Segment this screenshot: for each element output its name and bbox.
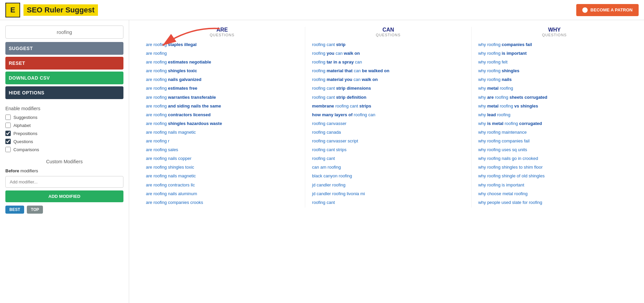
list-item[interactable]: are roofing estimates negotiable: [146, 58, 298, 66]
search-input[interactable]: [5, 26, 123, 39]
list-item[interactable]: roofing tar in a spray can: [312, 58, 464, 66]
suggest-button[interactable]: Suggest: [5, 42, 123, 55]
list-item[interactable]: can am roofing: [312, 164, 464, 171]
alphabet-checkbox[interactable]: [5, 123, 11, 128]
custom-modifiers-title: Custom Modifiers: [5, 159, 123, 164]
list-item[interactable]: why lead roofing: [478, 111, 631, 119]
list-item[interactable]: are roofing companies crooks: [146, 199, 298, 206]
result-bold-text: metal: [487, 103, 498, 109]
list-item[interactable]: roofing cant strip dimensions: [312, 85, 464, 92]
list-item[interactable]: are roofing nails magnetic: [146, 129, 298, 136]
prepositions-checkbox[interactable]: [5, 131, 11, 136]
list-item[interactable]: are roofing nails aluminum: [146, 190, 298, 198]
result-normal-text: are roofing: [146, 121, 168, 126]
list-item[interactable]: why choose metal roofing: [478, 190, 631, 198]
checkbox-alphabet[interactable]: Alphabet: [5, 123, 123, 128]
result-bold-text: nails: [502, 77, 512, 82]
result-normal-text: why: [478, 121, 487, 126]
list-item[interactable]: black canyon roofing: [312, 172, 464, 180]
list-item[interactable]: are roofing estimates free: [146, 85, 298, 92]
list-item[interactable]: roofing canvasser script: [312, 137, 464, 145]
list-item[interactable]: how many layers of roofing can: [312, 111, 464, 119]
list-item[interactable]: are roofing nails galvanized: [146, 76, 298, 83]
list-item[interactable]: jd candler roofing: [312, 181, 464, 189]
list-item[interactable]: are roofing: [146, 50, 298, 57]
list-item[interactable]: are roofing nails copper: [146, 155, 298, 162]
reset-button[interactable]: Reset: [5, 57, 123, 70]
checkbox-prepositions[interactable]: Prepositions: [5, 131, 123, 136]
list-item[interactable]: why metal roofing vs shingles: [478, 102, 631, 110]
list-item[interactable]: why roofing shingle of old shingles: [478, 172, 631, 180]
modifiers-title: Enable modifiers: [5, 106, 123, 111]
prepositions-label: Prepositions: [13, 131, 38, 136]
list-item[interactable]: are roofing shingles toxic: [146, 164, 298, 171]
list-item[interactable]: why roofing is important: [478, 181, 631, 189]
list-item[interactable]: why is metal roofing corrugated: [478, 120, 631, 127]
list-item[interactable]: are roofing and siding nails the same: [146, 102, 298, 110]
list-item[interactable]: why roofing is important: [478, 50, 631, 57]
list-item[interactable]: why roofing companies fail: [478, 41, 631, 48]
list-item[interactable]: why roofing nails: [478, 76, 631, 83]
result-bold-text: and siding nails the same: [168, 103, 221, 109]
list-item[interactable]: why roofing uses sq units: [478, 146, 631, 154]
questions-checkbox[interactable]: [5, 139, 11, 144]
list-item[interactable]: are roofing contractors llc: [146, 181, 298, 189]
list-item[interactable]: roofing canvasser: [312, 120, 464, 127]
list-item[interactable]: are roofing r: [146, 137, 298, 145]
best-tag-button[interactable]: BEST: [5, 206, 24, 214]
result-normal-text: roofing cant: [312, 156, 335, 161]
download-csv-button[interactable]: Download CSV: [5, 72, 123, 84]
list-item[interactable]: why roofing nails go in crooked: [478, 155, 631, 162]
checkbox-questions[interactable]: Questions: [5, 139, 123, 144]
list-item[interactable]: why are roofing sheets corrugated: [478, 94, 631, 101]
list-item[interactable]: why roofing companies fail: [478, 137, 631, 145]
list-item[interactable]: are roofing sales: [146, 146, 298, 154]
list-item[interactable]: roofing cant strip: [312, 41, 464, 48]
top-tag-button[interactable]: TOP: [27, 206, 43, 214]
list-item[interactable]: roofing material that can be walked on: [312, 67, 464, 75]
list-item[interactable]: roofing cant: [312, 155, 464, 162]
add-modified-button[interactable]: Add Modified: [5, 190, 123, 202]
modifier-input[interactable]: [5, 176, 123, 188]
list-item[interactable]: are roofing staples illegal: [146, 41, 298, 48]
list-item[interactable]: are roofing contractors licensed: [146, 111, 298, 119]
list-item[interactable]: are roofing shingles toxic: [146, 67, 298, 75]
content-area: AREQUESTIONSare roofing staples illegala…: [129, 20, 644, 303]
list-item[interactable]: roofing canada: [312, 129, 464, 136]
list-item[interactable]: roofing you can walk on: [312, 50, 464, 57]
list-item[interactable]: why roofing felt: [478, 58, 631, 66]
result-normal-text: are roofing: [146, 112, 168, 117]
list-item[interactable]: roofing material you can walk on: [312, 76, 464, 83]
patron-button[interactable]: Become a Patron: [576, 4, 639, 16]
list-item[interactable]: why roofing shingles to shim floor: [478, 164, 631, 171]
result-bold-text: shingles toxic: [168, 68, 197, 73]
questions-label: Questions: [13, 139, 33, 144]
custom-modifiers-section: Custom Modifiers Before modifiers Add Mo…: [5, 159, 123, 214]
list-item[interactable]: are roofing warranties transferable: [146, 94, 298, 101]
checkbox-comparisons[interactable]: Comparisons: [5, 147, 123, 152]
result-normal-text: roofing: [312, 51, 326, 56]
list-item[interactable]: roofing cant: [312, 199, 464, 206]
result-normal-text: are roofing contractors llc: [146, 182, 195, 187]
list-item[interactable]: roofing cant strips: [312, 146, 464, 154]
comparisons-checkbox[interactable]: [5, 147, 11, 152]
list-item[interactable]: why metal roofing: [478, 85, 631, 92]
result-normal-text: are roofing: [146, 51, 167, 56]
list-item[interactable]: are roofing nails magnetic: [146, 172, 298, 180]
result-normal-text: why people used slate for roofing: [478, 200, 542, 205]
list-item[interactable]: why roofing shingles: [478, 67, 631, 75]
suggestions-checkbox[interactable]: [5, 115, 11, 120]
checkbox-suggestions[interactable]: Suggestions: [5, 115, 123, 120]
list-item[interactable]: why people used slate for roofing: [478, 199, 631, 206]
result-bold-text: vs shingles: [514, 103, 538, 109]
result-normal-text: can am roofing: [312, 165, 341, 170]
list-item[interactable]: roofing cant strip definition: [312, 94, 464, 101]
hide-options-button[interactable]: Hide Options: [5, 86, 123, 99]
col-header-sub-are: QUESTIONS: [146, 33, 298, 37]
list-item[interactable]: are roofing shingles hazardous waste: [146, 120, 298, 127]
list-item[interactable]: why roofing maintenance: [478, 129, 631, 136]
result-normal-text: roofing cant: [312, 95, 336, 100]
list-item[interactable]: membrane roofing cant strips: [312, 102, 464, 110]
list-item[interactable]: jd candler roofing livonia mi: [312, 190, 464, 198]
result-normal-text: are roofing r: [146, 138, 169, 143]
